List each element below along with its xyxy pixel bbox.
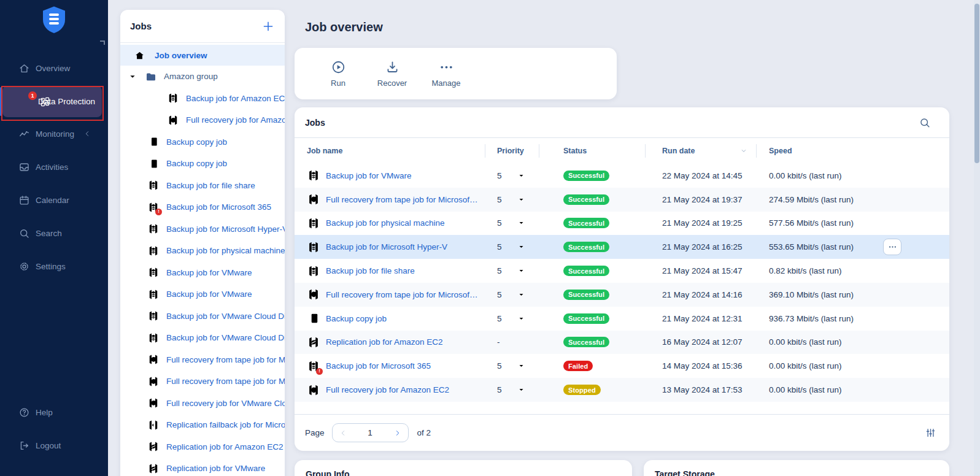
tree-item-18[interactable]: Replication job for Amazon EC2 [120, 436, 285, 458]
sidebar-item-label: Calendar [36, 196, 69, 205]
column-header-job-name[interactable]: Job name [295, 138, 485, 164]
chevron-down-icon[interactable] [128, 72, 137, 82]
recovery-icon [307, 383, 320, 397]
tree-item-12[interactable]: Backup job for VMware Cloud Direc [120, 305, 285, 328]
row-menu-button[interactable] [883, 239, 901, 255]
current-page-input[interactable]: 1 [368, 428, 372, 437]
backup-icon [147, 310, 160, 322]
status-badge: Successful [563, 194, 609, 205]
tree-item-11[interactable]: Backup job for VMware [120, 283, 285, 305]
column-header-priority[interactable]: Priority [485, 138, 539, 164]
table-row-1[interactable]: Full recovery from tape job for Microsof… [295, 188, 949, 212]
tree-item-7[interactable]: !Backup job for Microsoft 365 [120, 196, 285, 218]
priority-dropdown-chevron-icon[interactable] [517, 172, 525, 180]
error-icon: ! [316, 368, 323, 375]
job-name-link[interactable]: Backup job for Microsoft Hyper-V [326, 242, 452, 251]
tree-item-5[interactable]: Backup copy job [120, 153, 285, 175]
sort-chevron-down-icon[interactable] [740, 147, 747, 155]
tree-item-17[interactable]: Replication failback job for Microsof [120, 414, 285, 436]
gear-icon [18, 261, 30, 272]
priority-dropdown-chevron-icon[interactable] [517, 291, 525, 299]
priority-value: - [497, 337, 500, 347]
tree-item-10[interactable]: Backup job for VMware [120, 262, 285, 284]
jobs-table-card: Jobs Job name Priority Status Run date S… [295, 107, 949, 451]
priority-dropdown-chevron-icon[interactable] [517, 315, 525, 323]
tree-item-0[interactable]: Job overview [120, 45, 285, 66]
sidebar-item-logout[interactable]: Logout [0, 429, 108, 462]
tree-item-14[interactable]: Full recovery from tape job for Micr [120, 349, 285, 371]
priority-dropdown-chevron-icon[interactable] [517, 386, 525, 394]
job-name-link[interactable]: Backup job for VMware [326, 171, 417, 180]
tree-item-label: Backup copy job [166, 137, 227, 147]
table-row-0[interactable]: Backup job for VMware5Successful22 May 2… [295, 164, 949, 188]
jobs-panel-header: Jobs [120, 10, 285, 43]
job-name-link[interactable]: Backup job for physical machine [326, 218, 450, 228]
job-name-link[interactable]: Full recovery job for Amazon EC2 [326, 385, 454, 394]
manage-button[interactable]: Manage [419, 60, 473, 88]
sidebar-item-activities[interactable]: Activities [0, 150, 108, 183]
table-row-9[interactable]: Full recovery job for Amazon EC25Stopped… [295, 378, 949, 402]
table-row-2[interactable]: Backup job for physical machine5Successf… [295, 212, 949, 236]
column-header-run-date[interactable]: Run date [645, 138, 756, 164]
sidebar-item-label: Monitoring [36, 129, 74, 139]
priority-dropdown-chevron-icon[interactable] [517, 362, 525, 370]
replication-icon [147, 463, 160, 475]
folder-icon [145, 71, 157, 83]
tree-item-label: Backup job for VMware Cloud Direc [166, 333, 285, 342]
tree-item-9[interactable]: Backup job for physical machine [120, 240, 285, 262]
scrollbar-track[interactable] [974, 0, 980, 476]
tree-item-19[interactable]: Replication job for VMware [120, 458, 285, 476]
tree-item-3[interactable]: Full recovery job for Amazon E [120, 109, 285, 131]
tree-item-label: Full recovery job for Amazon E [186, 115, 285, 125]
sidebar-item-monitoring[interactable]: Monitoring [0, 117, 108, 150]
job-name-link[interactable]: Backup job for Microsoft 365 [326, 361, 436, 370]
tree-group-1[interactable]: Amazon group [120, 66, 285, 88]
backup-icon [147, 266, 160, 278]
run-button[interactable]: Run [311, 60, 365, 88]
scrollbar-thumb[interactable] [974, 4, 979, 163]
table-row-8[interactable]: !Backup job for Microsoft 3655Failed14 M… [295, 354, 949, 378]
job-name-link[interactable]: Backup copy job [326, 314, 392, 323]
sidebar-item-settings[interactable]: Settings [0, 250, 108, 283]
tree-item-2[interactable]: Backup job for Amazon EC2 [120, 88, 285, 110]
tree-item-6[interactable]: Backup job for file share [120, 175, 285, 197]
target-storage-title: Target Storage [655, 469, 715, 476]
add-job-button[interactable] [261, 20, 275, 33]
sidebar-item-data-protection[interactable]: 1 Data Protection [2, 86, 102, 117]
job-name-link[interactable]: Replication job for Amazon EC2 [326, 337, 448, 347]
search-icon[interactable] [919, 117, 931, 129]
job-name-link[interactable]: Backup job for file share [326, 266, 420, 275]
tree-item-label: Full recovery job for VMware Cloud [166, 399, 285, 408]
tree-item-4[interactable]: Backup copy job [120, 131, 285, 153]
table-row-4[interactable]: Backup job for file share5Successful21 M… [295, 259, 949, 283]
tree-item-16[interactable]: Full recovery job for VMware Cloud [120, 393, 285, 415]
page-title: Job overview [305, 20, 383, 34]
prev-page-button[interactable] [339, 429, 347, 437]
table-row-7[interactable]: Replication job for Amazon EC2-Successfu… [295, 331, 949, 355]
job-name-link[interactable]: Full recovery from tape job for Microsof… [326, 195, 485, 204]
column-header-speed[interactable]: Speed [756, 138, 949, 164]
chevron-left-icon[interactable] [83, 129, 91, 138]
priority-dropdown-chevron-icon[interactable] [517, 243, 525, 251]
sliders-filter-icon[interactable] [925, 427, 936, 439]
column-header-status[interactable]: Status [539, 138, 645, 164]
tree-item-8[interactable]: Backup job for Microsoft Hyper-V [120, 218, 285, 240]
priority-dropdown-chevron-icon[interactable] [517, 267, 525, 275]
sidebar-item-calendar[interactable]: Calendar [0, 183, 108, 217]
priority-dropdown-chevron-icon[interactable] [517, 219, 525, 227]
tree-item-15[interactable]: Full recovery from tape job for Micr [120, 370, 285, 393]
sidebar-item-overview[interactable]: Overview [0, 52, 108, 85]
tree-item-13[interactable]: Backup job for VMware Cloud Direc [120, 327, 285, 349]
next-page-button[interactable] [393, 429, 402, 437]
priority-dropdown-chevron-icon[interactable] [517, 196, 525, 204]
sidebar-item-help[interactable]: Help [0, 396, 108, 429]
sidebar-item-search[interactable]: Search [0, 217, 108, 250]
job-name-link[interactable]: Full recovery from tape job for Microsof… [326, 290, 485, 299]
status-badge: Successful [563, 266, 609, 276]
table-row-3[interactable]: Backup job for Microsoft Hyper-V5Success… [295, 235, 949, 259]
recover-button[interactable]: Recover [365, 60, 419, 88]
table-row-6[interactable]: Backup copy job5Successful21 May 2024 at… [295, 307, 949, 331]
table-row-5[interactable]: Full recovery from tape job for Microsof… [295, 283, 949, 307]
failback-icon [147, 419, 160, 431]
page-label: Page [305, 428, 325, 437]
